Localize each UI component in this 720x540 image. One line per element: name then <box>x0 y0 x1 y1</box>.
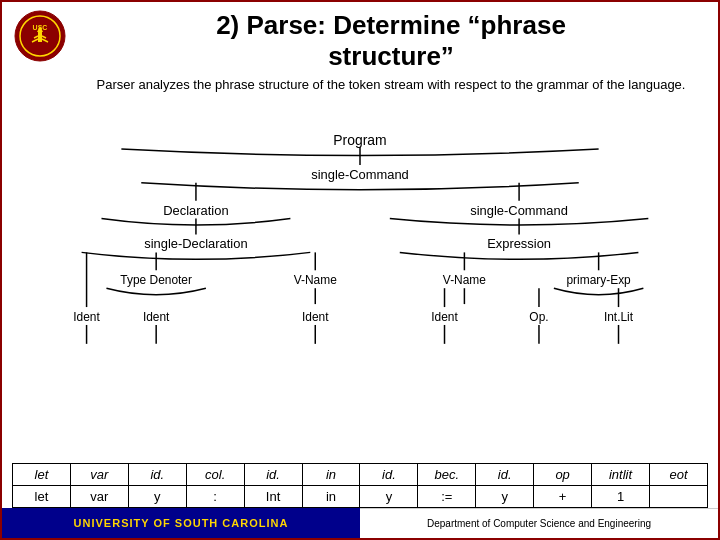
university-logo: USC <box>14 10 66 62</box>
title-block: 2) Parse: Determine “phrase structure” P… <box>76 10 706 95</box>
tree-area: Program single-Command Declaration singl… <box>2 99 718 463</box>
token-cell: bec. <box>418 464 476 486</box>
footer-right-label: Department of Computer Science and Engin… <box>360 508 718 538</box>
token-cell <box>649 486 707 508</box>
single-command-top: single-Command <box>311 166 409 181</box>
token-cell: + <box>534 486 592 508</box>
token-cell: id. <box>128 464 186 486</box>
type-denoter-node: Type Denoter <box>120 273 192 287</box>
token-cell: := <box>418 486 476 508</box>
single-command-right: single-Command <box>470 202 568 217</box>
token-cell: : <box>186 486 244 508</box>
footer: UNIVERSITY OF SOUTH CAROLINA Department … <box>2 508 718 538</box>
token-table: let var id. col. id. in id. bec. id. op … <box>12 463 708 508</box>
ident-vname-mid-node: Ident <box>302 310 329 324</box>
title-line1: 2) Parse: Determine “phrase <box>216 10 566 40</box>
slide: USC 2) Parse: Determine “phrase structur… <box>0 0 720 540</box>
program-node: Program <box>333 132 386 148</box>
single-declaration-node: single-Declaration <box>144 236 247 251</box>
expression-node: Expression <box>487 236 551 251</box>
token-row-values: let var y : Int in y := y + 1 <box>13 486 708 508</box>
primary-exp-node: primary-Exp <box>566 273 631 287</box>
token-cell: y <box>128 486 186 508</box>
token-cell: op <box>534 464 592 486</box>
token-cell: var <box>70 486 128 508</box>
token-cell: in <box>302 486 360 508</box>
token-cell: let <box>13 464 71 486</box>
token-cell: id. <box>360 464 418 486</box>
main-title: 2) Parse: Determine “phrase structure” <box>76 10 706 72</box>
vname-mid-node: V-Name <box>294 273 337 287</box>
svg-rect-3 <box>38 32 42 42</box>
token-cell: let <box>13 486 71 508</box>
token-table-area: let var id. col. id. in id. bec. id. op … <box>2 463 718 508</box>
title-line2: structure” <box>328 41 454 71</box>
token-cell: y <box>360 486 418 508</box>
parse-tree-svg: Program single-Command Declaration singl… <box>12 99 708 463</box>
token-row-labels: let var id. col. id. in id. bec. id. op … <box>13 464 708 486</box>
declaration-node: Declaration <box>163 202 228 217</box>
ident-vname-right-node: Ident <box>431 310 458 324</box>
token-cell: id. <box>244 464 302 486</box>
header: USC 2) Parse: Determine “phrase structur… <box>2 2 718 99</box>
int-lit-node: Int.Lit <box>604 310 634 324</box>
token-cell: in <box>302 464 360 486</box>
token-cell: eot <box>649 464 707 486</box>
token-cell: id. <box>476 464 534 486</box>
ident-left-node: Ident <box>73 310 100 324</box>
ident-type-node: Ident <box>143 310 170 324</box>
footer-left-label: UNIVERSITY OF SOUTH CAROLINA <box>2 508 360 538</box>
token-cell: col. <box>186 464 244 486</box>
token-cell: y <box>476 486 534 508</box>
token-cell: 1 <box>592 486 650 508</box>
subtitle: Parser analyzes the phrase structure of … <box>76 76 706 94</box>
vname-right-node: V-Name <box>443 273 486 287</box>
token-cell: intlit <box>592 464 650 486</box>
op-node: Op. <box>529 310 548 324</box>
token-cell: Int <box>244 486 302 508</box>
token-cell: var <box>70 464 128 486</box>
